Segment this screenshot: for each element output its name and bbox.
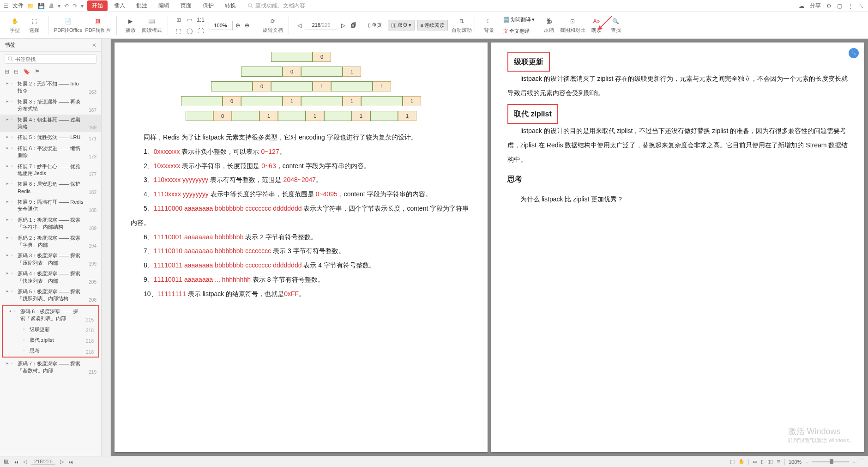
- bookmark-item[interactable]: ▸▫拓展 9：隔墙有耳 —— Redis 安全通信185: [0, 197, 101, 215]
- tab-annotate[interactable]: 批注: [132, 0, 152, 11]
- last-page-icon[interactable]: ⏭: [68, 459, 73, 465]
- zoom-input[interactable]: [209, 21, 233, 30]
- chevron-icon[interactable]: ▸: [6, 217, 10, 223]
- collapse-all-icon[interactable]: ⊟: [14, 68, 18, 75]
- tab-convert[interactable]: 转换: [220, 0, 241, 11]
- fit-page-icon[interactable]: ▭: [185, 15, 195, 25]
- next-page-icon[interactable]: ▷: [338, 22, 348, 29]
- word-translate[interactable]: 🔤划词翻译▾: [500, 14, 538, 25]
- chevron-icon[interactable]: ▸: [6, 199, 10, 205]
- top-search[interactable]: 查找功能、文档内容: [244, 1, 309, 11]
- window-icon[interactable]: ▢: [837, 3, 842, 9]
- chevron-icon[interactable]: ▴: [9, 308, 13, 314]
- share-button[interactable]: 分享: [810, 2, 821, 10]
- chevron-icon[interactable]: ▸: [6, 270, 10, 276]
- zoom-in-icon[interactable]: ⊕: [243, 22, 251, 29]
- expand-all-icon[interactable]: ⊞: [5, 68, 9, 75]
- fullscreen-status-icon[interactable]: ⛶: [859, 459, 864, 465]
- bookmarks-search[interactable]: [5, 55, 96, 64]
- loupe-icon[interactable]: ◯: [185, 26, 195, 36]
- document-viewer[interactable]: 001011011101111 同样，Redis 为了让 listpack 元素…: [111, 39, 868, 456]
- rotate-doc[interactable]: ⟳ 旋转文档: [263, 17, 283, 34]
- bookmarks-search-input[interactable]: [15, 56, 93, 62]
- chevron-icon[interactable]: ▸: [6, 181, 10, 187]
- double-page-status-icon[interactable]: ▯▯: [767, 459, 773, 465]
- save-icon[interactable]: 💾: [38, 3, 45, 9]
- bookmark-item[interactable]: ▸▫拓展 2：无所不知 —— Info 指令163: [0, 79, 101, 97]
- zoom-in-status-icon[interactable]: +: [853, 459, 856, 465]
- bookmark-item[interactable]: ▸▫源码 2：极度深寒 —— 探索「字典」内部194: [0, 233, 101, 251]
- marquee-zoom-icon[interactable]: ⬚: [730, 459, 735, 465]
- redo-icon[interactable]: ↷: [72, 3, 77, 9]
- compress-btn[interactable]: 🗜 压缩: [541, 17, 557, 34]
- bookmark-item[interactable]: ▸▫源码 1：极度深寒 —— 探索「字符串」内部结构189: [0, 215, 101, 233]
- gear-icon[interactable]: ⚙: [826, 3, 832, 9]
- bookmark-add-icon[interactable]: 🔖: [23, 68, 30, 75]
- select-tool[interactable]: ⬚ 选择: [26, 17, 42, 34]
- read-aloud[interactable]: A» 朗读: [588, 17, 605, 34]
- prev-page-icon[interactable]: ◁: [23, 459, 27, 465]
- bookmark-item[interactable]: ▫思考218: [3, 346, 98, 356]
- folder-icon[interactable]: 📁: [27, 3, 34, 9]
- tab-page[interactable]: 页面: [176, 0, 196, 11]
- actual-size-icon[interactable]: 1:1: [196, 15, 206, 25]
- bookmark-item[interactable]: ▸▫拓展 5：优胜劣汰 —— LRU171: [0, 132, 101, 143]
- find-btn[interactable]: 🔍 查找: [608, 17, 624, 34]
- bookmark-item[interactable]: ▫级联更新218: [3, 324, 98, 335]
- bookmark-flag-icon[interactable]: ⚑: [35, 68, 40, 75]
- bookmark-item[interactable]: ▸▫拓展 6：平波缓进 —— 懒惰删除173: [0, 143, 101, 161]
- hand-pan-icon[interactable]: ✋: [738, 459, 745, 465]
- zoom-control[interactable]: ⊖ ⊕: [209, 21, 251, 30]
- chevron-icon[interactable]: ▸: [6, 134, 10, 140]
- fit-width-icon[interactable]: ⊞: [174, 15, 184, 25]
- chevron-icon[interactable]: ▸: [6, 163, 10, 169]
- more-menu-icon[interactable]: ⋮: [848, 3, 853, 9]
- play-button[interactable]: ▶ 播放: [122, 17, 139, 34]
- chevron-icon[interactable]: ▸: [6, 80, 10, 86]
- chevron-icon[interactable]: ▸: [6, 98, 10, 104]
- tab-insert[interactable]: 插入: [109, 0, 130, 11]
- fullscreen-icon[interactable]: ⛶: [196, 26, 206, 36]
- page-indicator[interactable]: 218/226: [31, 459, 55, 465]
- hand-tool[interactable]: ✋ 手型: [6, 17, 23, 34]
- prev-page-icon[interactable]: ◁: [295, 22, 304, 29]
- double-page-btn[interactable]: ▯▯双页▾: [388, 20, 415, 30]
- undo-icon[interactable]: ↶: [64, 3, 69, 9]
- page-menu-icon[interactable]: 🗐: [349, 22, 358, 29]
- bookmark-item[interactable]: ▸▫源码 4：极度深寒 —— 探索「快速列表」内部205: [0, 268, 101, 286]
- bookmark-item[interactable]: ▸▫拓展 3：拾遗漏补 —— 再谈分布式锁167: [0, 97, 101, 115]
- chevron-icon[interactable]: ▸: [6, 116, 10, 122]
- bookmark-item[interactable]: ▸▫源码 3：极度深寒 —— 探索「压缩列表」内部199: [0, 250, 101, 268]
- first-page-icon[interactable]: ⏮: [13, 459, 18, 465]
- tab-edit[interactable]: 编辑: [154, 0, 174, 11]
- read-mode[interactable]: 📖 阅读模式: [142, 17, 162, 34]
- file-menu[interactable]: 文件: [12, 2, 24, 10]
- bookmark-item[interactable]: ▸▫拓展 4：朝生暮死 —— 过期策略169: [0, 115, 101, 133]
- menu-button[interactable]: ☰: [4, 3, 9, 9]
- continuous-status-icon[interactable]: ≣: [777, 459, 781, 465]
- tab-start[interactable]: 开始: [87, 0, 108, 11]
- print-icon[interactable]: 🖶: [48, 3, 54, 9]
- pdf-to-image[interactable]: 🖼 PDF转图片: [85, 17, 111, 34]
- dropdown-icon[interactable]: ▾: [58, 3, 60, 9]
- continuous-btn[interactable]: ≡连续阅读: [417, 20, 448, 30]
- background-btn[interactable]: ☾ 背景: [481, 17, 497, 34]
- full-translate[interactable]: 文全文翻译: [500, 26, 538, 36]
- chevron-icon[interactable]: ▸: [6, 288, 10, 294]
- single-page-status-icon[interactable]: ▯: [761, 459, 764, 465]
- bookmark-item[interactable]: ▸▫源码 5：极度深寒 —— 探索「跳跃列表」内部结构208: [0, 286, 101, 304]
- screenshot-compare[interactable]: ⊡ 截图和对比: [560, 17, 585, 34]
- chevron-icon[interactable]: ▸: [6, 252, 10, 258]
- auto-scroll[interactable]: ⇅ 自动滚动: [452, 17, 472, 34]
- zoom-slider[interactable]: [812, 461, 849, 462]
- fit-width-status-icon[interactable]: ▭: [753, 459, 757, 465]
- cloud-icon[interactable]: ☁: [799, 3, 804, 9]
- marquee-icon[interactable]: ⬚: [174, 26, 184, 36]
- zoom-out-status-icon[interactable]: −: [805, 459, 808, 465]
- pdf-to-office[interactable]: 📄 PDF转Office: [54, 17, 83, 34]
- bookmark-item[interactable]: ▸▫拓展 8：居安思危 —— 保护 Redis182: [0, 179, 101, 197]
- bookmark-item[interactable]: ▸▫拓展 7：妙手仁心 —— 优雅地使用 Jedis177: [0, 161, 101, 179]
- page-input[interactable]: 218/226: [305, 21, 338, 30]
- float-badge-icon[interactable]: 🔧: [849, 48, 859, 58]
- collapse-icon[interactable]: ㄟ: [859, 2, 864, 10]
